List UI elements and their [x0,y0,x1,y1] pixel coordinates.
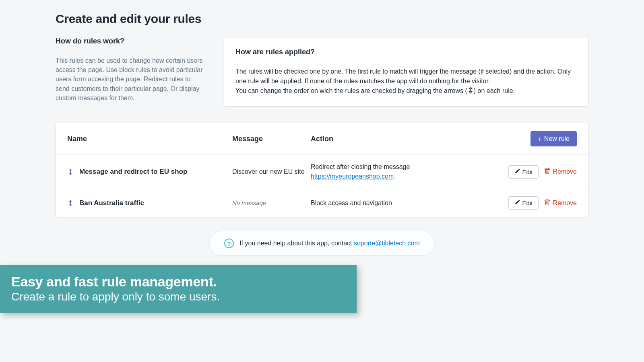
edit-button[interactable]: Edit [508,165,539,179]
pencil-icon [514,200,520,206]
rule-message: Discover our new EU site [232,167,311,176]
drag-handle-icon[interactable] [67,168,74,175]
how-rules-work-body: This rules can be used to change how cer… [56,56,204,103]
help-email-link[interactable]: soporte@tibletech.com [354,240,420,247]
help-text: If you need help about this app, contact… [239,240,420,247]
remove-label: Remove [553,200,577,207]
table-row: Ban Australia traffic No message Block a… [56,189,588,217]
how-rules-applied-body: The rules will be checked one by one. Th… [235,67,577,96]
drag-arrows-icon [467,86,474,94]
promo-banner: Easy and fast rule management. Create a … [0,265,357,313]
help-icon: ? [224,239,234,248]
applied-body-post: ) on each rule. [474,87,515,94]
edit-button[interactable]: Edit [508,196,539,210]
rule-name: Message and redirect to EU shop [79,168,187,176]
help-wrap: ? If you need help about this app, conta… [56,231,588,256]
pencil-icon [514,169,520,175]
rule-action-text: Redirect after closing the message [311,163,410,170]
rule-name: Ban Australia traffic [79,199,144,207]
how-rules-applied-heading: How are rules applied? [235,48,577,56]
rule-action-text: Block access and navigation [311,200,392,206]
rule-message-empty: No message [232,199,311,207]
new-rule-button[interactable]: + New rule [530,131,577,146]
table-header-row: Name Message Action + New rule [56,123,588,154]
trash-icon [544,199,550,207]
col-header-message: Message [232,135,311,143]
help-pill: ? If you need help about this app, conta… [209,231,435,256]
edit-label: Edit [522,200,533,206]
col-header-name: Name [67,135,232,143]
how-rules-work-heading: How do rules work? [56,37,204,45]
remove-button[interactable]: Remove [544,199,577,207]
rule-action: Redirect after closing the message https… [311,162,440,181]
rule-action: Block access and navigation [311,198,440,208]
applied-body-line1: The rules will be checked one by one. Th… [235,68,571,84]
page-title: Create and edit your rules [56,12,588,26]
col-header-action: Action [311,135,440,143]
rule-action-link[interactable]: https://myeuropeanshop.com [311,173,394,180]
edit-label: Edit [522,169,533,175]
new-rule-label: New rule [544,135,570,142]
how-rules-work-section: How do rules work? This rules can be use… [56,37,204,107]
promo-subtitle: Create a rule to apply only to some user… [11,290,341,303]
applied-body-pre: You can change the order on wich the rul… [235,87,467,94]
remove-label: Remove [553,168,577,175]
rule-ops: Edit Remove [440,165,577,179]
plus-icon: + [538,136,542,142]
promo-title: Easy and fast rule management. [11,274,341,290]
info-row: How do rules work? This rules can be use… [56,37,588,107]
rule-name-cell: Ban Australia traffic [67,199,232,207]
help-text-pre: If you need help about this app, contact [239,240,354,247]
page-container: Create and edit your rules How do rules … [0,0,644,256]
table-row: Message and redirect to EU shop Discover… [56,154,588,189]
table-header-actions: + New rule [440,131,577,146]
trash-icon [544,168,550,176]
drag-handle-icon[interactable] [67,200,74,207]
rules-table: Name Message Action + New rule Message a… [56,123,588,217]
remove-button[interactable]: Remove [544,168,577,176]
rule-ops: Edit Remove [440,196,577,210]
how-rules-applied-card: How are rules applied? The rules will be… [224,37,588,107]
rule-name-cell: Message and redirect to EU shop [67,168,232,176]
